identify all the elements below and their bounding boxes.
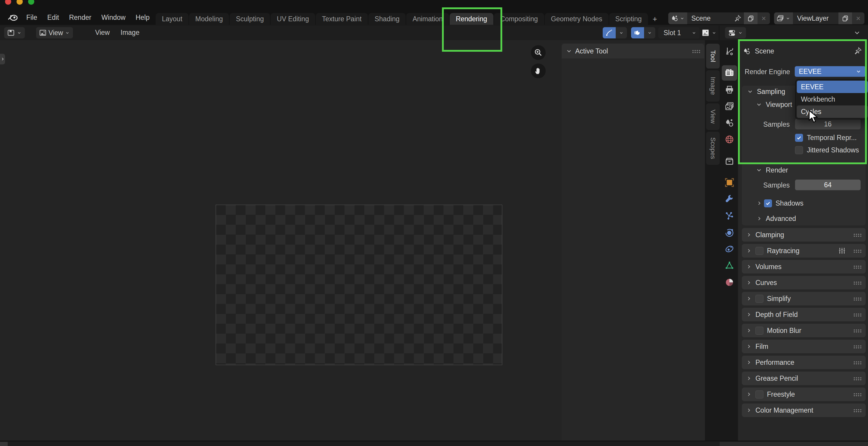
render-engine-dropdown[interactable]: EEVEE	[795, 66, 866, 77]
shadows-subpanel-row[interactable]: Shadows	[742, 198, 866, 209]
simplify-checkbox[interactable]	[755, 295, 764, 303]
temporal-reprojection-checkbox[interactable]	[795, 134, 803, 142]
menu-item-eevee[interactable]: EEVEE	[797, 81, 868, 93]
render-subpanel-header[interactable]: Render	[742, 165, 866, 176]
window-zoom-button[interactable]	[28, 0, 34, 5]
scene-name-field[interactable]: Scene	[687, 12, 732, 24]
toolbar-expand-button[interactable]	[0, 54, 5, 64]
viewlayer-name-field[interactable]: ViewLayer	[793, 12, 838, 24]
view-menu[interactable]: View	[90, 29, 114, 37]
panel-drag-dots[interactable]	[692, 49, 700, 53]
tab-modeling[interactable]: Modeling	[189, 13, 229, 25]
panel-color-management[interactable]: Color Management	[742, 404, 866, 417]
panel-depth-of-field[interactable]: Depth of Field	[742, 308, 866, 321]
image-editor-area[interactable]: Active Tool	[0, 40, 705, 441]
constraint-properties-tab[interactable]	[724, 244, 735, 254]
drag-dots[interactable]	[853, 265, 862, 269]
menu-item-cycles[interactable]: Cycles	[797, 105, 868, 118]
viewport-samples-field[interactable]: 16	[795, 119, 861, 129]
drag-dots[interactable]	[853, 345, 862, 349]
tab-compositing[interactable]: Compositing	[494, 13, 544, 25]
remove-viewlayer-button[interactable]: ×	[852, 12, 864, 24]
add-workspace-button[interactable]: +	[649, 13, 661, 25]
world-properties-tab[interactable]	[724, 134, 735, 145]
drag-dots[interactable]	[853, 361, 862, 364]
panel-simplify[interactable]: Simplify	[742, 292, 866, 306]
drag-dots[interactable]	[853, 249, 862, 253]
collection-properties-tab[interactable]	[724, 156, 735, 166]
panel-raytracing[interactable]: Raytracing	[742, 244, 866, 258]
material-properties-tab[interactable]	[724, 277, 735, 287]
jittered-shadows-checkbox[interactable]	[795, 146, 803, 154]
shadows-checkbox[interactable]	[764, 199, 772, 208]
pan-hand-button[interactable]	[531, 64, 546, 78]
scene-properties-tab[interactable]	[724, 118, 735, 128]
panel-film[interactable]: Film	[742, 340, 866, 353]
scene-browse-button[interactable]	[668, 12, 687, 24]
zoom-in-button[interactable]	[531, 45, 546, 60]
view-layer-properties-tab[interactable]	[724, 101, 735, 112]
new-viewlayer-button[interactable]	[838, 12, 852, 24]
image-menu[interactable]: Image	[116, 29, 144, 37]
gizmo-toggle[interactable]	[603, 27, 627, 38]
editor-type-button[interactable]	[4, 27, 25, 38]
panel-freestyle[interactable]: Freestyle	[742, 387, 866, 401]
breadcrumb-scene-label[interactable]: Scene	[755, 47, 774, 55]
output-properties-tab[interactable]	[724, 85, 735, 95]
active-tool-panel-header[interactable]: Active Tool	[562, 44, 704, 59]
motion-blur-checkbox[interactable]	[755, 327, 764, 334]
menu-window[interactable]: Window	[96, 13, 131, 22]
modifier-properties-tab[interactable]	[724, 194, 735, 204]
window-minimize-button[interactable]	[17, 0, 23, 5]
drag-dots[interactable]	[853, 392, 862, 396]
render-result-canvas[interactable]	[216, 205, 502, 365]
render-samples-field[interactable]: 64	[795, 180, 861, 190]
sidebar-tab-image[interactable]: Image	[706, 70, 720, 102]
filter-settings-icon[interactable]	[838, 247, 846, 255]
chevron-down-icon[interactable]	[616, 27, 627, 38]
drag-dots[interactable]	[853, 233, 862, 237]
menu-file[interactable]: File	[21, 13, 42, 22]
drag-dots[interactable]	[853, 297, 862, 301]
menu-render[interactable]: Render	[64, 13, 96, 22]
menu-help[interactable]: Help	[131, 13, 155, 22]
tab-texture-paint[interactable]: Texture Paint	[316, 13, 368, 25]
render-properties-tab[interactable]	[724, 68, 735, 78]
panel-volumes[interactable]: Volumes	[742, 260, 866, 274]
object-properties-tab[interactable]	[724, 178, 735, 188]
tab-animation[interactable]: Animation	[406, 13, 449, 25]
tab-shading[interactable]: Shading	[368, 13, 406, 25]
freestyle-checkbox[interactable]	[755, 390, 764, 399]
unlink-scene-button[interactable]: ×	[757, 12, 770, 24]
tab-scripting[interactable]: Scripting	[609, 13, 648, 25]
panel-curves[interactable]: Curves	[742, 276, 866, 289]
panel-grease-pencil[interactable]: Grease Pencil	[742, 372, 866, 385]
raytracing-checkbox[interactable]	[755, 247, 764, 255]
physics-properties-tab[interactable]	[724, 227, 735, 237]
sidebar-tab-view[interactable]: View	[706, 103, 720, 130]
window-close-button[interactable]	[5, 0, 11, 5]
blender-logo-icon[interactable]	[4, 13, 21, 22]
tab-geometry-nodes[interactable]: Geometry Nodes	[545, 13, 609, 25]
filter-options-button[interactable]	[853, 29, 861, 37]
panel-motion-blur[interactable]: Motion Blur	[742, 324, 866, 337]
drag-dots[interactable]	[853, 313, 862, 317]
chevron-down-icon[interactable]	[644, 27, 655, 38]
advanced-subpanel-row[interactable]: Advanced	[742, 213, 866, 224]
drag-dots[interactable]	[853, 409, 862, 412]
object-data-properties-tab[interactable]	[724, 260, 735, 270]
new-scene-button[interactable]	[744, 12, 757, 24]
drag-dots[interactable]	[853, 329, 862, 332]
tool-properties-tab[interactable]	[724, 46, 735, 56]
particle-properties-tab[interactable]	[724, 211, 735, 221]
panel-performance[interactable]: Performance	[742, 356, 866, 369]
menu-edit[interactable]: Edit	[42, 13, 64, 22]
tab-rendering[interactable]: Rendering	[450, 13, 493, 25]
drag-dots[interactable]	[853, 377, 862, 380]
overlays-toggle[interactable]	[631, 27, 655, 38]
tab-sculpting[interactable]: Sculpting	[229, 13, 270, 25]
tab-layout[interactable]: Layout	[156, 13, 188, 25]
pin-id-button[interactable]	[854, 47, 862, 55]
sidebar-tab-scopes[interactable]: Scopes	[706, 132, 720, 165]
drag-dots[interactable]	[853, 281, 862, 285]
